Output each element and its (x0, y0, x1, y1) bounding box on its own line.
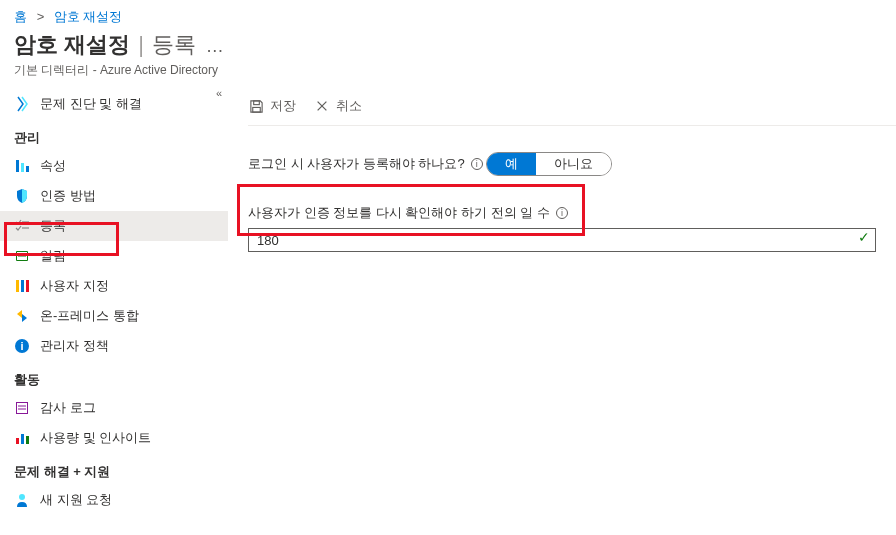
page-header: 암호 재설정 | 등록 … 기본 디렉터리 - Azure Active Dir… (0, 26, 896, 83)
notifications-icon (14, 248, 30, 264)
sidebar-item-label: 등록 (40, 217, 66, 235)
shield-icon (14, 188, 30, 204)
sidebar-item-label: 인증 방법 (40, 187, 96, 205)
sidebar-item-label: 감사 로그 (40, 399, 96, 417)
usage-insights-icon (14, 430, 30, 446)
svg-rect-20 (26, 436, 29, 444)
breadcrumb-separator: > (37, 9, 45, 24)
sidebar-item-diagnose[interactable]: 문제 진단 및 해결 (0, 89, 228, 119)
svg-rect-18 (16, 438, 19, 444)
sidebar-item-label: 온-프레미스 통합 (40, 307, 139, 325)
support-icon (14, 492, 30, 508)
page-subtext: 기본 디렉터리 - Azure Active Directory (14, 62, 882, 79)
onprem-icon (14, 308, 30, 324)
sidebar-item-customization[interactable]: 사용자 지정 (0, 271, 228, 301)
save-icon (248, 98, 264, 114)
section-header-activity: 활동 (0, 361, 228, 393)
discard-icon (314, 98, 330, 114)
svg-rect-19 (21, 434, 24, 444)
days-label: 사용자가 인증 정보를 다시 확인해야 하기 전의 일 수 i (248, 204, 568, 222)
sidebar-item-new-support[interactable]: 새 지원 요청 (0, 485, 228, 515)
sidebar-item-registration[interactable]: 등록 (0, 211, 228, 241)
sidebar-item-notifications[interactable]: 알림 (0, 241, 228, 271)
sidebar-item-label: 사용자 지정 (40, 277, 109, 295)
page-subtitle-tab: 등록 (152, 30, 196, 60)
days-input[interactable] (248, 228, 876, 252)
diagnose-icon (14, 96, 30, 112)
collapse-sidebar-icon[interactable]: « (216, 87, 222, 99)
svg-rect-2 (26, 166, 29, 172)
sidebar-item-label: 알림 (40, 247, 66, 265)
sidebar-item-properties[interactable]: 속성 (0, 151, 228, 181)
require-register-toggle[interactable]: 예 아니요 (486, 152, 612, 176)
breadcrumb-current[interactable]: 암호 재설정 (54, 9, 123, 24)
svg-rect-22 (253, 100, 259, 104)
properties-icon (14, 158, 30, 174)
svg-text:i: i (20, 340, 23, 352)
svg-point-21 (19, 494, 25, 500)
sidebar-item-usage-insights[interactable]: 사용량 및 인사이트 (0, 423, 228, 453)
sidebar-item-label: 문제 진단 및 해결 (40, 95, 142, 113)
sidebar-item-label: 관리자 정책 (40, 337, 109, 355)
checklist-icon (14, 218, 30, 234)
page-title: 암호 재설정 (14, 30, 130, 60)
breadcrumb: 홈 > 암호 재설정 (0, 0, 896, 26)
audit-logs-icon (14, 400, 30, 416)
discard-button[interactable]: 취소 (314, 97, 362, 115)
more-actions-icon[interactable]: … (206, 36, 226, 57)
section-header-support: 문제 해결 + 지원 (0, 453, 228, 485)
check-icon: ✓ (858, 229, 870, 245)
require-register-label: 로그인 시 사용자가 등록해야 하나요? i (248, 155, 483, 173)
sidebar-item-label: 속성 (40, 157, 66, 175)
section-header-manage: 관리 (0, 119, 228, 151)
save-button[interactable]: 저장 (248, 97, 296, 115)
svg-rect-11 (26, 280, 29, 292)
toolbar: 저장 취소 (248, 89, 896, 126)
svg-rect-0 (16, 160, 19, 172)
sidebar-item-audit-logs[interactable]: 감사 로그 (0, 393, 228, 423)
svg-rect-9 (16, 280, 19, 292)
info-tooltip-icon[interactable]: i (471, 158, 483, 170)
breadcrumb-home[interactable]: 홈 (14, 9, 27, 24)
title-divider: | (138, 32, 144, 58)
main-content: 저장 취소 로그인 시 사용자가 등록해야 하나요? i 예 아니요 (228, 89, 896, 515)
sidebar-item-onprem[interactable]: 온-프레미스 통합 (0, 301, 228, 331)
sidebar-item-label: 새 지원 요청 (40, 491, 112, 509)
sidebar-item-label: 사용량 및 인사이트 (40, 429, 151, 447)
svg-rect-23 (252, 107, 260, 112)
info-tooltip-icon[interactable]: i (556, 207, 568, 219)
svg-rect-1 (21, 163, 24, 172)
sidebar-item-admin-policy[interactable]: i 관리자 정책 (0, 331, 228, 361)
save-label: 저장 (270, 97, 296, 115)
sidebar: « 문제 진단 및 해결 관리 속성 인증 방법 (0, 89, 228, 515)
toggle-no[interactable]: 아니요 (536, 153, 611, 175)
svg-rect-10 (21, 280, 24, 292)
toggle-yes[interactable]: 예 (487, 153, 536, 175)
customization-icon (14, 278, 30, 294)
svg-rect-15 (17, 403, 27, 413)
info-icon: i (14, 338, 30, 354)
sidebar-item-auth-methods[interactable]: 인증 방법 (0, 181, 228, 211)
discard-label: 취소 (336, 97, 362, 115)
